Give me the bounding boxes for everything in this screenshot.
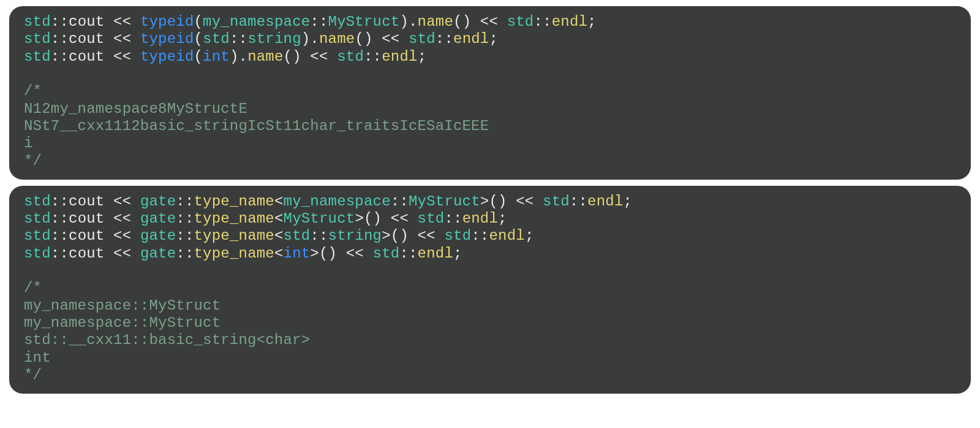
ns-token: my_namespace bbox=[203, 13, 310, 30]
code-block-typeid: std::cout << typeid(my_namespace::MyStru… bbox=[9, 6, 971, 180]
ns-token: std bbox=[284, 227, 311, 244]
op-token: :: bbox=[176, 210, 194, 227]
semi-token: ; bbox=[453, 245, 462, 262]
keyword-token: typeid bbox=[140, 48, 194, 65]
ident-token: endl bbox=[552, 13, 587, 30]
code-line: std::cout << gate::type_name<MyStruct>()… bbox=[24, 210, 507, 227]
ident-token: endl bbox=[462, 210, 498, 227]
ns-token: gate bbox=[140, 245, 176, 262]
op-token: << bbox=[104, 245, 140, 262]
op-token: :: bbox=[176, 227, 194, 244]
code-line: std::cout << typeid(my_namespace::MyStru… bbox=[24, 13, 597, 30]
angle-token: < bbox=[274, 210, 284, 227]
paren-token: ). bbox=[230, 48, 247, 65]
type-token: string bbox=[328, 227, 382, 244]
angle-token: < bbox=[274, 245, 284, 262]
op-token: << bbox=[104, 193, 140, 210]
comment-block: /* my_namespace::MyStruct my_namespace::… bbox=[24, 280, 310, 383]
ident-token: cout bbox=[69, 13, 104, 30]
ns-token: std bbox=[373, 245, 400, 262]
op-token: >() << bbox=[480, 193, 543, 210]
func-token: name bbox=[319, 31, 355, 47]
semi-token: ; bbox=[418, 48, 427, 65]
type-token: MyStruct bbox=[328, 13, 400, 30]
ident-token: cout bbox=[69, 48, 104, 65]
op-token: << bbox=[104, 210, 140, 227]
op-token: >() << bbox=[382, 227, 444, 244]
op-token: :: bbox=[51, 227, 69, 244]
ns-token: std bbox=[24, 31, 51, 47]
ns-token: std bbox=[24, 193, 51, 210]
op-token: :: bbox=[176, 193, 194, 210]
type-token: MyStruct bbox=[409, 193, 480, 210]
ns-token: my_namespace bbox=[284, 193, 391, 210]
op-token: :: bbox=[310, 227, 328, 244]
op-token: () << bbox=[355, 31, 409, 47]
ident-token: cout bbox=[69, 245, 104, 262]
ns-token: gate bbox=[140, 193, 176, 210]
semi-token: ; bbox=[498, 210, 507, 227]
paren-token: ( bbox=[194, 31, 203, 47]
op-token: << bbox=[104, 227, 140, 244]
semi-token: ; bbox=[624, 193, 633, 210]
keyword-token: typeid bbox=[140, 31, 194, 47]
ns-token: std bbox=[24, 245, 51, 262]
op-token: () << bbox=[453, 13, 507, 30]
op-token: :: bbox=[570, 193, 587, 210]
op-token: :: bbox=[435, 31, 453, 47]
op-token: :: bbox=[51, 193, 69, 210]
angle-token: < bbox=[274, 227, 284, 244]
type-token: MyStruct bbox=[284, 210, 355, 227]
ns-token: std bbox=[444, 227, 471, 244]
ns-token: gate bbox=[140, 227, 176, 244]
code-block-type-name: std::cout << gate::type_name<my_namespac… bbox=[9, 186, 971, 394]
type-token: string bbox=[247, 31, 301, 47]
op-token: >() << bbox=[355, 210, 417, 227]
ident-token: cout bbox=[69, 31, 104, 47]
semi-token: ; bbox=[587, 13, 597, 30]
ns-token: std bbox=[24, 210, 51, 227]
comment-block: /* N12my_namespace8MyStructE NSt7__cxx11… bbox=[24, 83, 489, 169]
op-token: :: bbox=[364, 48, 382, 65]
paren-token: ). bbox=[399, 13, 417, 30]
ident-token: cout bbox=[69, 227, 104, 244]
op-token: :: bbox=[51, 13, 69, 30]
type-token: int bbox=[284, 245, 311, 262]
op-token: :: bbox=[533, 13, 551, 30]
ident-token: endl bbox=[382, 48, 417, 65]
op-token: :: bbox=[310, 13, 328, 30]
op-token: :: bbox=[399, 245, 417, 262]
func-token: name bbox=[247, 48, 283, 65]
func-token: type_name bbox=[194, 193, 274, 210]
paren-token: ( bbox=[194, 13, 203, 30]
ident-token: endl bbox=[418, 245, 453, 262]
ns-token: std bbox=[24, 227, 51, 244]
op-token: :: bbox=[51, 31, 69, 47]
ns-token: std bbox=[507, 13, 534, 30]
op-token: :: bbox=[176, 245, 194, 262]
semi-token: ; bbox=[525, 227, 534, 244]
ident-token: endl bbox=[453, 31, 489, 47]
angle-token: < bbox=[274, 193, 284, 210]
ident-token: cout bbox=[69, 193, 104, 210]
ident-token: cout bbox=[69, 210, 104, 227]
op-token: :: bbox=[471, 227, 489, 244]
func-token: type_name bbox=[194, 210, 274, 227]
ns-token: std bbox=[543, 193, 570, 210]
ns-token: std bbox=[337, 48, 364, 65]
func-token: type_name bbox=[194, 227, 274, 244]
op-token: :: bbox=[51, 210, 69, 227]
op-token: << bbox=[104, 48, 140, 65]
ns-token: gate bbox=[140, 210, 176, 227]
ns-token: std bbox=[24, 13, 51, 30]
code-line: std::cout << gate::type_name<int>() << s… bbox=[24, 245, 462, 262]
op-token: << bbox=[104, 13, 140, 30]
ident-token: endl bbox=[489, 227, 524, 244]
ns-token: std bbox=[24, 48, 51, 65]
ns-token: std bbox=[409, 31, 435, 47]
op-token: :: bbox=[444, 210, 462, 227]
type-token: int bbox=[203, 48, 230, 65]
code-line: std::cout << gate::type_name<my_namespac… bbox=[24, 193, 632, 210]
ns-token: std bbox=[418, 210, 445, 227]
op-token: :: bbox=[51, 48, 69, 65]
